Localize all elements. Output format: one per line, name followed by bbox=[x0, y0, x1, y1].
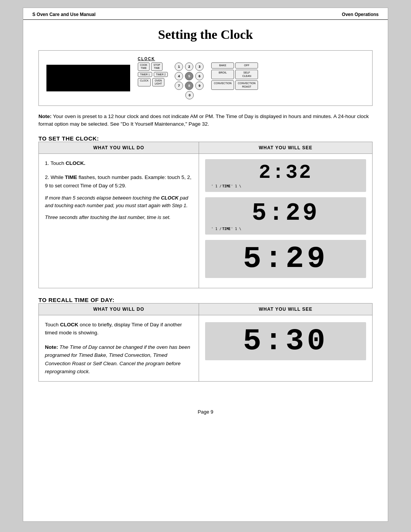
note-paragraph: Note: Your oven is preset to a 12 hour c… bbox=[38, 113, 373, 128]
oven-display bbox=[46, 65, 130, 91]
display-530: 5:30 bbox=[205, 322, 366, 360]
num-7-btn[interactable]: 7 bbox=[175, 81, 183, 90]
set-clock-heading: To Set The Clock: bbox=[38, 135, 373, 142]
num-6-btn[interactable]: 6 bbox=[195, 72, 204, 80]
recall-col2-header: What You Will See bbox=[199, 303, 372, 315]
oven-diagram: CLOCK COOKTIME STOPTIME TIMER 1 TIMER 2 bbox=[38, 50, 373, 106]
recall-display-cell: 5:30 bbox=[199, 315, 372, 382]
display-232: 2:32 ' 1 / TIME ' 1 \ bbox=[205, 159, 366, 192]
display-529a: 5:29 ' 1 / TIME ' 1 \ bbox=[205, 197, 366, 235]
page: S Oven Care and Use Manual Oven Operatio… bbox=[23, 8, 388, 522]
bake-btn[interactable]: BAKE bbox=[211, 62, 234, 69]
set-clock-col1-header: What You Will Do bbox=[39, 142, 199, 153]
self-clean-btn[interactable]: SELFCLEAN bbox=[235, 70, 258, 79]
display-232-label-row: ' 1 / TIME ' 1 \ bbox=[211, 184, 360, 188]
page-header: S Oven Care and Use Manual Oven Operatio… bbox=[23, 8, 388, 20]
oven-controls: CLOCK COOKTIME STOPTIME TIMER 1 TIMER 2 bbox=[138, 57, 258, 99]
num-3-btn[interactable]: 3 bbox=[195, 62, 204, 71]
set-clock-col2-header: What You Will See bbox=[199, 142, 372, 153]
time-label-1: TIME bbox=[222, 184, 231, 188]
set-clock-instructions: 1. Touch CLOCK. 2. While TIME flashes, t… bbox=[39, 153, 199, 288]
set-clock-displays: 2:32 ' 1 / TIME ' 1 \ 5:29 ' 1 / TIME bbox=[199, 153, 372, 288]
page-content: Setting the Clock CLOCK COOKTIME STOPTIM… bbox=[23, 20, 388, 401]
oven-light-btn[interactable]: OVENLIGHT bbox=[152, 78, 164, 86]
tick-marks-1: ' 1 / bbox=[211, 184, 221, 188]
set-clock-table: What You Will Do What You Will See 1. To… bbox=[38, 142, 373, 288]
tick-marks-1b: ' 1 \ bbox=[231, 184, 241, 188]
convection-btn[interactable]: CONVECTION bbox=[211, 80, 234, 90]
note-text: Your oven is preset to a 12 hour clock a… bbox=[38, 113, 369, 127]
num-5-btn[interactable]: 5 bbox=[185, 72, 193, 80]
recall-note: Note: The Time of Day cannot be changed … bbox=[45, 343, 193, 376]
clock-btn[interactable]: CLOCK bbox=[138, 78, 151, 86]
num-2-btn[interactable]: 2 bbox=[185, 62, 193, 71]
italic-note1: If more than 5 seconds elapse between to… bbox=[45, 195, 161, 201]
step1-bold: CLOCK. bbox=[66, 160, 86, 166]
recall-note-label: Note: bbox=[45, 344, 59, 350]
note-bold-label: Note: bbox=[38, 113, 52, 119]
recall-time-table: What You Will Do What You Will See Touch… bbox=[38, 303, 373, 382]
off-btn[interactable]: OFF bbox=[235, 62, 258, 69]
recall-note-italic: The Time of Day cannot be changed if the… bbox=[45, 344, 190, 375]
num-0-btn[interactable]: 0 bbox=[185, 91, 194, 99]
cook-time-btn[interactable]: COOKTIME bbox=[138, 62, 150, 71]
recall-instructions: Touch CLOCK once to briefly, display Tim… bbox=[39, 315, 199, 382]
convection-roast-btn[interactable]: CONVECTIONROAST bbox=[235, 80, 258, 90]
italic-note2: Three seconds after touching the last nu… bbox=[45, 214, 193, 221]
display-529b: 5:29 bbox=[205, 240, 366, 278]
num-9-btn[interactable]: 9 bbox=[195, 81, 204, 90]
time-buttons: COOKTIME STOPTIME TIMER 1 TIMER 2 CLOCK … bbox=[138, 62, 168, 86]
num-4-btn[interactable]: 4 bbox=[175, 72, 183, 80]
recall-time-heading: To Recall Time of Day: bbox=[38, 297, 373, 303]
broil-btn[interactable]: BROIL bbox=[211, 70, 234, 79]
header-left: S Oven Care and Use Manual bbox=[32, 12, 96, 17]
number-pad: 1 2 3 4 5 6 7 8 9 0 bbox=[175, 62, 204, 99]
stop-time-btn[interactable]: STOPTIME bbox=[151, 62, 162, 71]
header-right: Oven Operations bbox=[342, 12, 379, 17]
page-number: Page 9 bbox=[198, 409, 213, 415]
italic-clock-bold: CLOCK bbox=[161, 195, 178, 201]
step1-num: 1. Touch bbox=[45, 160, 66, 166]
display-529a-time: 5:29 bbox=[211, 201, 360, 225]
display-529a-label-row: ' 1 / TIME ' 1 \ bbox=[211, 227, 360, 231]
num-8-btn[interactable]: 8 bbox=[185, 81, 193, 90]
tick-marks-2b: ' 1 \ bbox=[231, 227, 241, 231]
display-530-time: 5:30 bbox=[211, 326, 360, 356]
timer1-btn[interactable]: TIMER 1 bbox=[138, 72, 152, 77]
display-232-time: 2:32 bbox=[211, 163, 360, 183]
recall-text: Touch bbox=[45, 322, 60, 328]
timer2-btn[interactable]: TIMER 2 bbox=[154, 72, 168, 77]
page-footer: Page 9 bbox=[23, 405, 388, 419]
recall-col1-header: What You Will Do bbox=[39, 303, 199, 315]
num-1-btn[interactable]: 1 bbox=[175, 62, 183, 71]
func-buttons: BAKE OFF BROIL SELFCLEAN CONVECTION CONV… bbox=[211, 62, 258, 90]
time-label-2: TIME bbox=[222, 227, 231, 231]
step2-num: 2. While bbox=[45, 174, 65, 180]
oven-buttons-row: COOKTIME STOPTIME TIMER 1 TIMER 2 CLOCK … bbox=[138, 62, 258, 99]
tick-marks-2: ' 1 / bbox=[211, 227, 221, 231]
display-529b-time: 5:29 bbox=[211, 244, 360, 274]
page-title: Setting the Clock bbox=[38, 27, 373, 42]
step2-bold: TIME bbox=[65, 174, 77, 180]
recall-clock-bold: CLOCK bbox=[60, 322, 78, 328]
clock-label: CLOCK bbox=[138, 57, 155, 61]
